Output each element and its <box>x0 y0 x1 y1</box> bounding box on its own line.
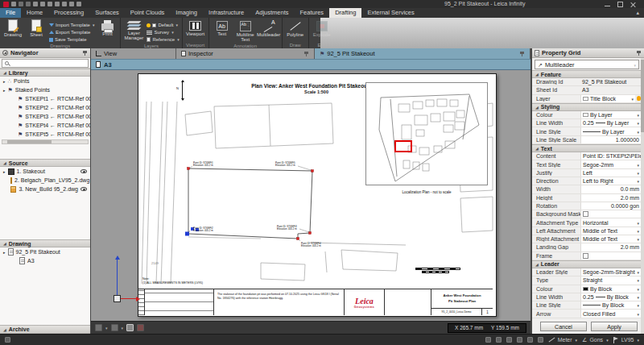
line-width-dropdown[interactable]: 0.25By Layer <box>580 119 641 127</box>
layer-survey-dropdown[interactable]: Survey <box>147 29 179 35</box>
frame-checkbox[interactable] <box>583 253 588 259</box>
app-status-icon[interactable] <box>5 337 10 343</box>
polyline-button[interactable]: Polyline <box>285 19 306 37</box>
leader-colour-dropdown[interactable]: By Block <box>580 285 641 293</box>
undo-icon[interactable] <box>19 2 23 6</box>
landing-gap-field[interactable]: 2.0 mm <box>580 243 641 251</box>
section-text[interactable]: Text <box>532 144 644 152</box>
snap-icon[interactable] <box>485 337 491 343</box>
leader-type-dropdown[interactable]: Straight <box>580 276 641 284</box>
tree-item-stkept3[interactable]: STKEPt3 ← RTCM-Ref 0000 (07/10/ <box>0 112 90 121</box>
right-attachment-dropdown[interactable]: Middle of Text <box>580 235 641 243</box>
tree-item-stkept2[interactable]: STKEPt2 ← RTCM-Ref 0000 (07/10/ <box>0 103 90 112</box>
section-drawing[interactable]: Drawing <box>0 239 90 247</box>
text-button[interactable]: Text <box>212 19 233 36</box>
source-item-newbuild[interactable]: 3. New_Build 95_2.dwg <box>0 185 90 193</box>
drawing-canvas[interactable]: N Plan View: Anker West Foundation Pit S… <box>91 70 530 321</box>
leader-style-dropdown[interactable]: Segoe-2mm-Straight <box>580 268 641 276</box>
tools-icon[interactable] <box>69 2 74 6</box>
text-style-dropdown[interactable]: Segoe-2mm <box>580 160 641 168</box>
tree-item-stkept4[interactable]: STKEPt4 ← RTCM-Ref 0000 (07/10/ <box>0 121 90 130</box>
view-style-button[interactable] <box>95 324 102 331</box>
layer-reference-dropdown[interactable]: Reference <box>147 36 179 43</box>
layers-status-icon[interactable] <box>517 337 522 343</box>
background-mask-checkbox[interactable] <box>583 211 588 217</box>
width-field[interactable]: 0.0 mm <box>580 185 641 193</box>
layer-default-dropdown[interactable]: Default <box>147 22 179 28</box>
ucs-origin-marker[interactable] <box>114 295 121 302</box>
tab-features[interactable]: Features <box>295 8 330 18</box>
pin-icon[interactable] <box>83 50 88 56</box>
explode-button[interactable]: Explode <box>312 19 332 37</box>
section-library[interactable]: Library <box>0 69 90 77</box>
layer-manager-button[interactable]: Layer Manager <box>123 19 144 41</box>
tree-item-staked-points[interactable]: Staked Points <box>0 85 90 94</box>
ribbon-collapse-icon[interactable]: ▴ <box>636 8 639 18</box>
pin-icon[interactable] <box>520 51 525 57</box>
visibility-eye-icon[interactable] <box>80 169 87 173</box>
save-template-button[interactable]: Save Template <box>49 36 94 43</box>
tab-file[interactable]: File <box>0 8 21 18</box>
leader-line-width-dropdown[interactable]: 0.25By Block <box>580 293 641 301</box>
image-icon[interactable] <box>62 2 67 6</box>
grid-icon[interactable] <box>496 337 502 343</box>
tab-adjustments[interactable]: Adjustments <box>250 8 294 18</box>
cancel-button[interactable]: Cancel <box>540 322 587 331</box>
visibility-eye-icon[interactable] <box>80 187 87 191</box>
section-styling[interactable]: Styling <box>532 103 644 111</box>
drawing-item-document[interactable]: 92_5 Pit Stakeout <box>0 247 90 256</box>
section-feature[interactable]: Feature <box>532 70 644 78</box>
vertical-scrollbar[interactable] <box>641 58 644 334</box>
tree-item-stkept1[interactable]: STKEPt1 ← RTCM-Ref 0000 (07/10/ <box>0 94 90 103</box>
expand-icon[interactable] <box>3 87 6 93</box>
paper-sheet-a3[interactable]: N Plan View: Anker West Foundation Pit S… <box>138 73 497 317</box>
display-icon[interactable] <box>76 2 81 6</box>
colour-dropdown[interactable]: By Layer <box>580 111 641 118</box>
close-button[interactable] <box>630 2 636 7</box>
direction-dropdown[interactable]: Left to Right <box>580 177 641 185</box>
print-button[interactable]: Print <box>97 19 118 36</box>
chevron-down-icon[interactable]: ▾ <box>105 326 108 330</box>
save-icon[interactable] <box>11 2 16 6</box>
tab-imaging[interactable]: Imaging <box>170 8 203 18</box>
tab-external-services[interactable]: External Services <box>361 8 419 18</box>
content-field[interactable]: Point ID: STKEPt2\PEleva <box>580 152 641 160</box>
search-input[interactable] <box>2 59 89 68</box>
height-field[interactable]: 2.0 mm <box>580 194 641 202</box>
apply-button[interactable]: Apply <box>591 322 638 331</box>
viewport-button[interactable]: Viewport <box>185 19 206 36</box>
tab-drafting[interactable]: Drafting <box>329 8 361 18</box>
tab-home[interactable]: Home <box>21 8 48 18</box>
line-style-dropdown[interactable]: By Layer <box>580 127 641 135</box>
tab-point-clouds[interactable]: Point Clouds <box>125 8 171 18</box>
drawing-item-a3[interactable]: A3 <box>0 256 90 265</box>
angle-unit-dropdown[interactable]: ∠ Gons <box>582 337 609 343</box>
minimize-button[interactable] <box>605 2 610 7</box>
coordinate-system-dropdown[interactable]: LV95 <box>613 337 639 343</box>
section-leader[interactable]: Leader <box>532 260 644 268</box>
redo-icon[interactable] <box>26 2 31 6</box>
ortho-icon[interactable] <box>506 337 512 343</box>
settings-gear-icon[interactable] <box>40 2 45 6</box>
attachment-type-dropdown[interactable]: Horizontal <box>580 218 641 226</box>
source-item-stakeout[interactable]: 1. Stakeout <box>0 167 90 176</box>
tab-processing[interactable]: Processing <box>48 8 89 18</box>
tree-item-points[interactable]: Points <box>0 77 90 85</box>
section-source[interactable]: Source <box>0 159 90 167</box>
sheet-tab-a3[interactable]: A3 <box>91 59 530 70</box>
section-archive[interactable]: Archive <box>0 325 90 334</box>
expand-icon[interactable] <box>3 78 6 84</box>
arrow-dropdown[interactable]: Closed Filled <box>580 310 641 317</box>
expand-icon[interactable] <box>3 249 6 255</box>
flag-status-icon[interactable] <box>538 337 543 343</box>
report-icon[interactable] <box>55 2 60 6</box>
chevron-down-icon[interactable]: ▾ <box>122 326 124 330</box>
grid-toggle-button[interactable] <box>126 324 134 331</box>
distance-unit-dropdown[interactable]: Meter <box>548 337 577 343</box>
import-template-button[interactable]: Import Template <box>49 22 94 28</box>
maximize-button[interactable] <box>617 2 623 7</box>
sheet-button[interactable]: Sheet <box>26 19 47 37</box>
tab-infrastructure[interactable]: Infrastructure <box>203 8 250 18</box>
tab-surfaces[interactable]: Surfaces <box>89 8 125 18</box>
leader-line-style-dropdown[interactable]: By Block <box>580 301 641 309</box>
